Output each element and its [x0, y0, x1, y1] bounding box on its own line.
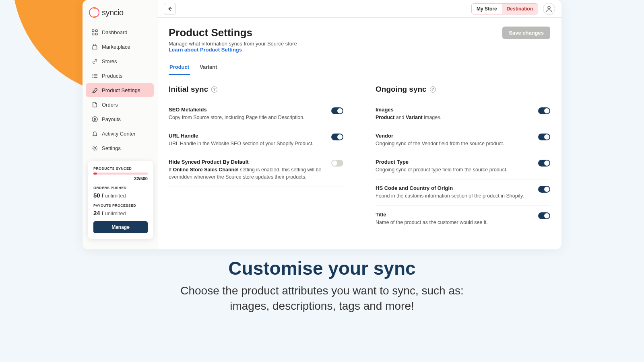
setting-title: Vendor [376, 133, 530, 139]
save-changes-button[interactable]: Save changes [502, 27, 550, 39]
orders-pushed-label: ORDERS PUSHED [93, 186, 148, 190]
toggle-hide-synced[interactable] [331, 160, 343, 167]
help-icon[interactable]: ? [430, 86, 436, 93]
setting-desc: Product and Variant images. [376, 114, 530, 121]
back-button[interactable] [164, 3, 176, 15]
list-icon [91, 72, 98, 79]
brand-logo: syncio [83, 2, 157, 25]
tabs: Product Variant [169, 60, 550, 75]
setting-title: Hide Synced Product By Default [169, 159, 323, 165]
setting-title: HS Code and Country of Origin [376, 185, 530, 191]
sidebar-item-label: Product Settings [102, 87, 140, 93]
sidebar-item-settings[interactable]: Settings [86, 141, 154, 155]
bell-icon [91, 130, 98, 137]
learn-link[interactable]: Learn about Product Settings [169, 47, 297, 53]
toggle-images[interactable] [538, 107, 550, 114]
sidebar-item-payouts[interactable]: Payouts [86, 112, 154, 126]
sidebar-item-label: Dashboard [102, 29, 128, 35]
toggle-product-type[interactable] [538, 160, 550, 167]
sidebar-item-orders[interactable]: Orders [86, 98, 154, 111]
store-switch: My Store Destination [471, 3, 538, 14]
sidebar-item-label: Settings [102, 145, 121, 151]
toggle-vendor[interactable] [538, 134, 550, 140]
main-area: My Store Destination Product Settings Ma… [157, 0, 561, 249]
toggle-seo-metafields[interactable] [331, 107, 343, 114]
products-count: 32/500 [93, 176, 148, 181]
user-avatar[interactable] [543, 3, 555, 15]
topbar: My Store Destination [157, 0, 561, 18]
sidebar-item-products[interactable]: Products [86, 69, 154, 82]
orders-value: 50 / unlimited [93, 192, 148, 199]
section-heading: Ongoing sync [376, 85, 427, 94]
setting-product-type: Product Type Ongoing sync of product typ… [376, 153, 550, 179]
sidebar-item-label: Orders [102, 102, 118, 108]
setting-title: URL Handle [169, 133, 323, 139]
sidebar-item-label: Stores [102, 58, 117, 64]
page-title: Product Settings [169, 27, 297, 39]
setting-hide-synced: Hide Synced Product By Default If Online… [169, 153, 343, 187]
arrow-left-icon [167, 6, 173, 12]
setting-url-handle: URL Handle URL Handle in the Website SEO… [169, 127, 343, 153]
bag-icon [91, 43, 98, 50]
sidebar-item-activity-center[interactable]: Activity Center [86, 127, 154, 140]
sidebar-item-dashboard[interactable]: Dashboard [86, 25, 154, 39]
user-icon [546, 6, 552, 12]
sidebar-item-label: Payouts [102, 116, 121, 122]
manage-button[interactable]: Manage [93, 221, 148, 233]
setting-images: Images Product and Variant images. [376, 101, 550, 127]
svg-rect-2 [92, 33, 94, 35]
sidebar-item-label: Products [102, 73, 122, 79]
app-window: syncio Dashboard Marketplace Stores Prod… [83, 0, 561, 249]
section-heading: Initial sync [169, 85, 208, 94]
link-icon [91, 58, 98, 64]
setting-title: Title [376, 212, 530, 218]
dollar-icon [91, 116, 98, 122]
setting-desc: If Online Store Sales Channel setting is… [169, 166, 323, 181]
setting-title: SEO Metafields [169, 107, 323, 113]
sidebar-item-label: Activity Center [102, 131, 136, 137]
sidebar-item-product-settings[interactable]: Product Settings [86, 83, 154, 97]
setting-title: Product Type [376, 159, 530, 165]
setting-desc: Ongoing sync of product type field from … [376, 166, 530, 173]
file-icon [91, 101, 98, 108]
sidebar-item-label: Marketplace [102, 44, 130, 50]
help-icon[interactable]: ? [211, 86, 217, 93]
page-subtitle: Manage what information syncs from your … [169, 41, 297, 47]
setting-desc: Copy from Source store, including Page t… [169, 114, 323, 121]
my-store-tab[interactable]: My Store [472, 4, 502, 14]
syncio-logo-icon [89, 7, 99, 18]
setting-hs-code: HS Code and Country of Origin Found in t… [376, 179, 550, 206]
cog-icon [91, 145, 98, 151]
svg-point-13 [548, 6, 550, 9]
toggle-title[interactable] [538, 212, 550, 219]
sidebar-nav: Dashboard Marketplace Stores Products Pr… [83, 25, 157, 155]
toggle-url-handle[interactable] [331, 134, 343, 140]
setting-desc: URL Handle in the Website SEO section of… [169, 140, 323, 147]
setting-vendor: Vendor Ongoing sync of the Vendor field … [376, 127, 550, 153]
payouts-value: 24 / unlimited [93, 210, 148, 216]
setting-seo-metafields: SEO Metafields Copy from Source store, i… [169, 101, 343, 127]
initial-sync-section: Initial sync ? SEO Metafields Copy from … [169, 85, 343, 232]
tab-variant[interactable]: Variant [199, 60, 218, 75]
destination-tab[interactable]: Destination [502, 4, 538, 14]
svg-rect-3 [95, 33, 97, 35]
svg-point-11 [94, 147, 96, 149]
sidebar-item-stores[interactable]: Stores [86, 54, 154, 68]
hero: Customise your sync Choose the product a… [0, 257, 644, 314]
stats-card: PRODUCTS SYNCED 32/500 ORDERS PUSHED 50 … [88, 161, 153, 239]
sidebar-item-marketplace[interactable]: Marketplace [86, 40, 154, 53]
products-synced-label: PRODUCTS SYNCED [93, 167, 148, 171]
setting-title: Images [376, 107, 530, 113]
brand-name: syncio [102, 8, 124, 17]
svg-rect-0 [92, 29, 94, 31]
products-progress-bar [93, 173, 148, 175]
grid-icon [91, 29, 98, 35]
toggle-hs-code[interactable] [538, 186, 550, 193]
setting-desc: Name of the product as the customer woul… [376, 219, 530, 226]
hero-subtitle: Choose the product attributes you want t… [0, 283, 644, 314]
svg-rect-1 [95, 29, 97, 31]
wrench-icon [91, 87, 98, 93]
setting-desc: Found in the customs information section… [376, 192, 530, 200]
tab-product[interactable]: Product [169, 60, 190, 75]
hero-title: Customise your sync [0, 257, 644, 279]
